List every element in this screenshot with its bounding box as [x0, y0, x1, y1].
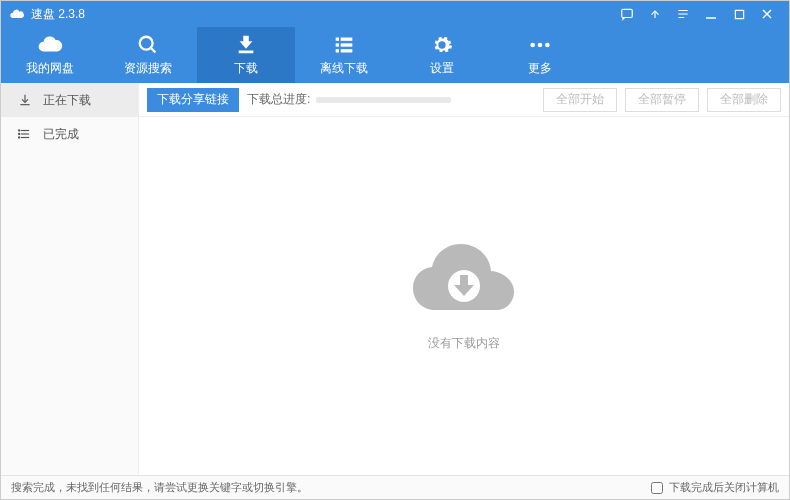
pause-all-button[interactable]: 全部暂停 [625, 88, 699, 112]
main-panel: 下载分享链接 下载总进度: 全部开始 全部暂停 全部删除 [139, 83, 789, 475]
svg-point-20 [19, 130, 20, 131]
svg-rect-2 [735, 10, 743, 18]
completed-icon [17, 126, 33, 142]
svg-point-5 [140, 36, 153, 49]
cloud-download-icon [409, 240, 519, 323]
svg-rect-9 [341, 37, 353, 40]
feedback-icon[interactable] [613, 1, 641, 27]
svg-rect-11 [341, 43, 353, 46]
nav-label: 我的网盘 [26, 60, 74, 77]
close-button[interactable] [753, 1, 781, 27]
maximize-button[interactable] [725, 1, 753, 27]
nav-label: 下载 [234, 60, 258, 77]
svg-point-21 [19, 133, 20, 134]
downloading-icon [17, 92, 33, 108]
nav-settings[interactable]: 设置 [393, 27, 491, 83]
list-icon [333, 34, 355, 56]
nav-label: 更多 [528, 60, 552, 77]
svg-point-16 [545, 42, 550, 47]
app-window: 速盘 2.3.8 我的网盘 [0, 0, 790, 500]
cloud-icon [37, 34, 63, 56]
empty-text: 没有下载内容 [428, 335, 500, 352]
app-title: 速盘 2.3.8 [31, 6, 85, 23]
download-icon [235, 34, 257, 56]
body: 正在下载 已完成 下载分享链接 下载总进度: 全部开始 全部暂停 全部删除 [1, 83, 789, 475]
nav-download[interactable]: 下载 [197, 27, 295, 83]
shutdown-label: 下载完成后关闭计算机 [669, 480, 779, 495]
nav-label: 离线下载 [320, 60, 368, 77]
empty-state: 没有下载内容 [139, 117, 789, 475]
svg-point-15 [538, 42, 543, 47]
skin-icon[interactable] [669, 1, 697, 27]
sidebar-item-label: 正在下载 [43, 92, 91, 109]
svg-rect-12 [336, 49, 339, 52]
nav-label: 设置 [430, 60, 454, 77]
nav-mydisk[interactable]: 我的网盘 [1, 27, 99, 83]
svg-point-22 [19, 137, 20, 138]
search-icon [137, 34, 159, 56]
start-all-button[interactable]: 全部开始 [543, 88, 617, 112]
more-icon [529, 34, 551, 56]
svg-point-14 [530, 42, 535, 47]
gear-icon [431, 34, 453, 56]
title-bar: 速盘 2.3.8 [1, 1, 789, 27]
nav-search[interactable]: 资源搜索 [99, 27, 197, 83]
svg-rect-13 [341, 49, 353, 52]
sidebar: 正在下载 已完成 [1, 83, 139, 475]
shutdown-checkbox[interactable] [651, 482, 663, 494]
total-progress: 下载总进度: [247, 91, 451, 108]
svg-line-6 [151, 47, 156, 52]
sidebar-item-downloading[interactable]: 正在下载 [1, 83, 138, 117]
status-bar: 搜索完成，未找到任何结果，请尝试更换关键字或切换引擎。 下载完成后关闭计算机 [1, 475, 789, 499]
nav-offline[interactable]: 离线下载 [295, 27, 393, 83]
sidebar-item-completed[interactable]: 已完成 [1, 117, 138, 151]
delete-all-button[interactable]: 全部删除 [707, 88, 781, 112]
svg-rect-7 [239, 50, 254, 53]
minimize-button[interactable] [697, 1, 725, 27]
nav-more[interactable]: 更多 [491, 27, 589, 83]
app-logo-icon [9, 6, 25, 22]
svg-rect-10 [336, 43, 339, 46]
svg-rect-0 [622, 9, 633, 17]
progress-bar [316, 97, 451, 103]
svg-rect-8 [336, 37, 339, 40]
toolbar: 下载分享链接 下载总进度: 全部开始 全部暂停 全部删除 [139, 83, 789, 117]
nav-label: 资源搜索 [124, 60, 172, 77]
update-icon[interactable] [641, 1, 669, 27]
sidebar-item-label: 已完成 [43, 126, 79, 143]
main-nav: 我的网盘 资源搜索 下载 离线下载 设置 [1, 27, 789, 83]
status-message: 搜索完成，未找到任何结果，请尝试更换关键字或切换引擎。 [11, 480, 308, 495]
progress-label: 下载总进度: [247, 91, 310, 108]
download-share-link-button[interactable]: 下载分享链接 [147, 88, 239, 112]
